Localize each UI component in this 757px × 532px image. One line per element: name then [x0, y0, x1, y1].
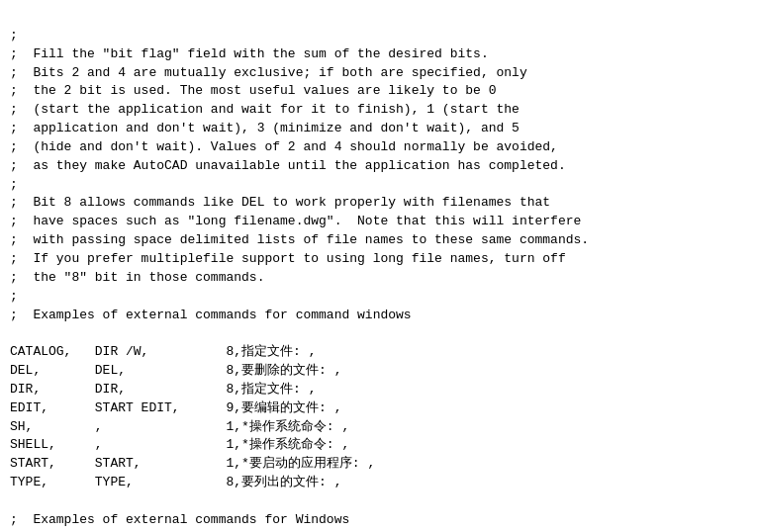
code-line: ; the 2 bit is used. The most useful val… [10, 82, 747, 101]
code-line: ; [10, 288, 747, 307]
code-line: ; with passing space delimited lists of … [10, 231, 747, 250]
code-line: CATALOG, DIR /W, 8,指定文件: , [10, 343, 747, 362]
code-content: ;; Fill the "bit flag" field with the su… [10, 8, 747, 532]
code-line: DIR, DIR, 8,指定文件: , [10, 381, 747, 399]
code-line: ; (start the application and wait for it… [10, 101, 747, 120]
code-line: ; Bit 8 allows commands like DEL to work… [10, 194, 747, 213]
code-line: ; the "8" bit in those commands. [10, 269, 747, 288]
code-line: SHELL, , 1,*操作系统命令: , [10, 436, 747, 455]
code-line: ; application and don't wait), 3 (minimi… [10, 120, 747, 138]
code-line: ; Fill the "bit flag" field with the sum… [10, 45, 747, 64]
code-line: ; (hide and don't wait). Values of 2 and… [10, 138, 747, 157]
code-line: ; If you prefer multiplefile support to … [10, 250, 747, 269]
code-line: ; have spaces such as "long filename.dwg… [10, 213, 747, 231]
code-line: ; [10, 176, 747, 195]
code-line [10, 492, 747, 511]
code-line: SH, , 1,*操作系统命令: , [10, 418, 747, 437]
code-line: DEL, DEL, 8,要删除的文件: , [10, 362, 747, 381]
code-line: TYPE, TYPE, 8,要列出的文件: , [10, 474, 747, 492]
code-line: ; [10, 27, 747, 45]
code-line: START, START, 1,*要启动的应用程序: , [10, 455, 747, 474]
code-line [10, 324, 747, 343]
code-line: ; Examples of external commands for Wind… [10, 511, 747, 530]
code-line: ; Bits 2 and 4 are mutually exclusive; i… [10, 64, 747, 83]
code-line: ; Examples of external commands for comm… [10, 307, 747, 325]
code-line: EDIT, START EDIT, 9,要编辑的文件: , [10, 399, 747, 418]
code-line: ; as they make AutoCAD unavailable until… [10, 157, 747, 176]
